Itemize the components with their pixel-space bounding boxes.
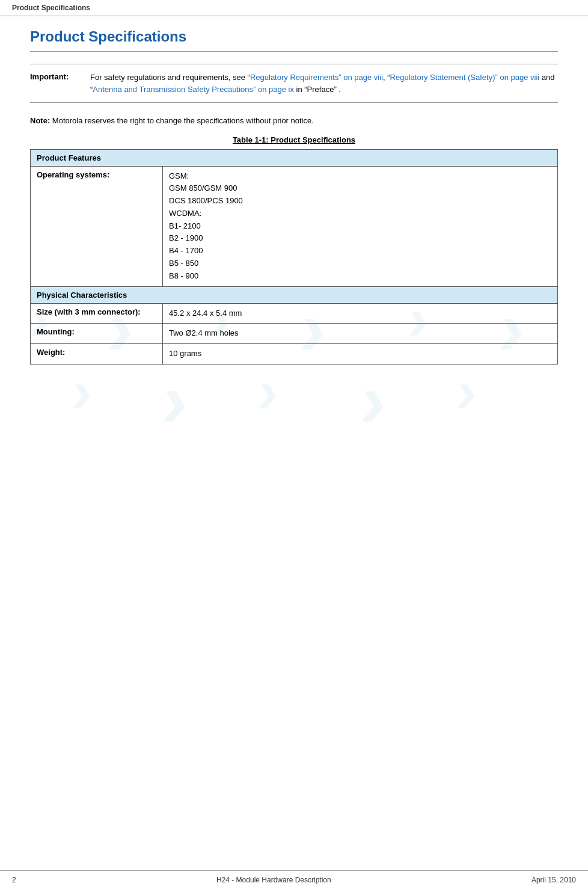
footer-center-text: H24 - Module Hardware Description <box>216 876 331 884</box>
table-row: Weight: 10 grams <box>31 344 558 365</box>
feature-label-mounting: Mounting: <box>31 324 163 344</box>
header-bar: Product Specifications <box>0 0 588 16</box>
feature-label-operating-systems: Operating systems: <box>31 166 163 286</box>
note-body: Motorola reserves the right to change th… <box>52 116 314 125</box>
feature-label-size: Size (with 3 mm connector): <box>31 303 163 324</box>
note-label: Note: <box>30 116 50 125</box>
table-row: Mounting: Two Ø2.4 mm holes <box>31 324 558 344</box>
section-header-product-features: Product Features <box>31 149 558 166</box>
important-text: For safety regulations and requirements,… <box>90 72 558 95</box>
link-antenna-safety[interactable]: Antenna and Transmission Safety Precauti… <box>93 85 294 94</box>
footer: 2 H24 - Module Hardware Description Apri… <box>0 870 588 889</box>
feature-value-mounting: Two Ø2.4 mm holes <box>163 324 558 344</box>
link-regulatory-requirements[interactable]: Regulatory Requirements” on page viii <box>250 73 383 82</box>
note-text: Note: Motorola reserves the right to cha… <box>30 115 558 127</box>
header-title: Product Specifications <box>12 4 90 12</box>
footer-date: April 15, 2010 <box>531 876 576 884</box>
table-row: Size (with 3 mm connector): 45.2 x 24.4 … <box>31 303 558 324</box>
table-row: Product Features <box>31 149 558 166</box>
table-row: Physical Characteristics <box>31 286 558 303</box>
important-box: Important: For safety regulations and re… <box>30 64 558 103</box>
feature-value-size: 45.2 x 24.4 x 5.4 mm <box>163 303 558 324</box>
page-title: Product Specifications <box>30 28 558 52</box>
link-regulatory-statement[interactable]: Regulatory Statement (Safety)” on page v… <box>390 73 540 82</box>
main-content: Product Specifications Important: For sa… <box>0 16 588 389</box>
section-header-physical: Physical Characteristics <box>31 286 558 303</box>
table-row: Operating systems: GSM: GSM 850/GSM 900 … <box>31 166 558 286</box>
footer-page-number: 2 <box>12 876 16 884</box>
specs-table: Product Features Operating systems: GSM:… <box>30 149 558 365</box>
feature-label-weight: Weight: <box>31 344 163 365</box>
feature-value-operating-systems: GSM: GSM 850/GSM 900 DCS 1800/PCS 1900 W… <box>163 166 558 286</box>
important-label: Important: <box>30 72 84 81</box>
feature-value-weight: 10 grams <box>163 344 558 365</box>
table-title: Table 1-1: Product Specifications <box>30 135 558 144</box>
